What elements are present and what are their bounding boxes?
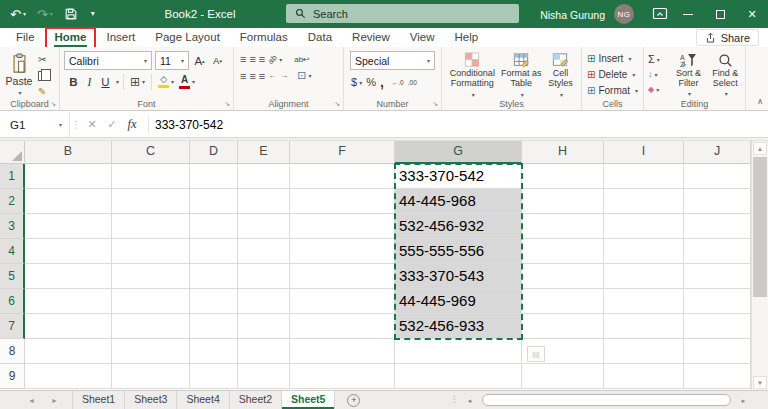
collapse-ribbon-button[interactable]: ∧ — [757, 97, 763, 106]
cell-F8[interactable] — [290, 339, 395, 364]
cell-B2[interactable] — [25, 189, 112, 214]
scroll-left-button[interactable]: ◄ — [462, 394, 477, 407]
paste-options-button[interactable]: ▤ — [527, 346, 545, 362]
cell-J4[interactable] — [684, 239, 751, 264]
cell-G8[interactable] — [395, 339, 522, 364]
cell-C9[interactable] — [112, 364, 190, 389]
name-box[interactable]: G1 ▾ — [0, 112, 70, 137]
maximize-button[interactable] — [704, 0, 736, 28]
tab-page-layout[interactable]: Page Layout — [145, 28, 230, 47]
cell-F3[interactable] — [290, 214, 395, 239]
find-select-button[interactable]: Find & Select ▾ — [707, 50, 743, 97]
fill-color-button[interactable]: ◇▾ — [156, 73, 176, 90]
avatar[interactable]: NG — [614, 4, 634, 24]
cell-G5[interactable]: 333-370-543 — [395, 264, 522, 289]
italic-button[interactable]: I — [82, 73, 97, 90]
cell-J6[interactable] — [684, 289, 751, 314]
scroll-right-button[interactable]: ► — [736, 394, 751, 407]
row-header-6[interactable]: 6 — [0, 289, 25, 314]
delete-cells-button[interactable]: ⊞ Delete▾ — [584, 66, 641, 82]
cell-J2[interactable] — [684, 189, 751, 214]
cell-J9[interactable] — [684, 364, 751, 389]
horizontal-scrollbar-thumb[interactable] — [482, 394, 731, 406]
cell-F4[interactable] — [290, 239, 395, 264]
cell-D1[interactable] — [190, 164, 238, 189]
close-button[interactable]: ✕ — [736, 0, 768, 28]
copy-button[interactable]: ▾ — [36, 68, 53, 83]
tab-formulas[interactable]: Formulas — [230, 28, 298, 47]
increase-decimal-button[interactable]: ←.0 — [392, 79, 404, 86]
cell-G4[interactable]: 555-555-556 — [395, 239, 522, 264]
select-all-corner[interactable] — [0, 141, 25, 164]
cell-H9[interactable] — [522, 364, 604, 389]
cell-C1[interactable] — [112, 164, 190, 189]
number-format-combo[interactable]: Special▾ — [350, 51, 435, 70]
cell-J3[interactable] — [684, 214, 751, 239]
formula-bar-splitter[interactable]: ⋮ — [70, 119, 82, 130]
font-size-combo[interactable]: 11▾ — [155, 51, 189, 70]
cell-J7[interactable] — [684, 314, 751, 339]
cell-H4[interactable] — [522, 239, 604, 264]
cell-H3[interactable] — [522, 214, 604, 239]
align-right-button[interactable]: ≡ — [259, 70, 264, 82]
cell-I5[interactable] — [604, 264, 684, 289]
column-header-H[interactable]: H — [522, 141, 604, 164]
vertical-scrollbar[interactable]: ▲ ▼ — [751, 141, 768, 390]
sort-filter-button[interactable]: AZ Sort & Filter ▾ — [670, 50, 708, 97]
cell-J8[interactable] — [684, 339, 751, 364]
conditional-formatting-button[interactable]: Conditional Formatting ▾ — [444, 50, 501, 98]
vertical-scrollbar-thumb[interactable] — [753, 157, 767, 297]
tab-insert[interactable]: Insert — [96, 28, 145, 47]
autosum-button[interactable]: Σ▾ — [646, 52, 670, 66]
cell-B5[interactable] — [25, 264, 112, 289]
column-header-C[interactable]: C — [112, 141, 190, 164]
decrease-font-size-button[interactable]: A▾ — [210, 52, 225, 69]
column-header-J[interactable]: J — [684, 141, 751, 164]
cell-D5[interactable] — [190, 264, 238, 289]
cell-C5[interactable] — [112, 264, 190, 289]
currency-format-button[interactable]: $▾ — [351, 76, 362, 88]
merge-center-button[interactable]: ⊡▾ — [297, 69, 311, 82]
cell-D9[interactable] — [190, 364, 238, 389]
next-sheet-button[interactable]: ► — [51, 397, 58, 404]
formula-input[interactable]: 333-370-542 — [155, 118, 223, 132]
row-header-1[interactable]: 1 — [0, 164, 25, 189]
tab-review[interactable]: Review — [342, 28, 400, 47]
orientation-button[interactable]: ab▾ — [268, 55, 282, 64]
cell-B9[interactable] — [25, 364, 112, 389]
wrap-text-button[interactable]: ab↩ — [294, 55, 310, 64]
increase-font-size-button[interactable]: A▴ — [192, 52, 207, 69]
row-header-8[interactable]: 8 — [0, 339, 25, 364]
cell-E7[interactable] — [238, 314, 290, 339]
cancel-button[interactable]: ✕ — [82, 118, 102, 131]
minimize-button[interactable] — [672, 0, 704, 28]
column-header-B[interactable]: B — [25, 141, 112, 164]
font-dialog-launcher[interactable]: ↘ — [224, 100, 230, 108]
cell-I7[interactable] — [604, 314, 684, 339]
tab-file[interactable]: File — [6, 28, 45, 47]
cell-D8[interactable] — [190, 339, 238, 364]
bottom-align-button[interactable]: ≡ — [259, 53, 264, 65]
middle-align-button[interactable]: ≡ — [249, 53, 254, 65]
align-center-button[interactable]: ≡ — [249, 70, 254, 82]
horizontal-scrollbar-splitter[interactable]: ⋮ — [450, 394, 459, 404]
cell-I9[interactable] — [604, 364, 684, 389]
underline-button[interactable]: U — [98, 73, 113, 90]
cell-G6[interactable]: 44-445-969 — [395, 289, 522, 314]
fill-button[interactable]: ↓▾ — [646, 67, 670, 81]
redo-button[interactable]: ↷▾ — [37, 8, 53, 21]
paste-button[interactable]: Paste ▾ — [2, 51, 36, 99]
cell-C2[interactable] — [112, 189, 190, 214]
top-align-button[interactable]: ≡ — [240, 53, 245, 65]
cell-B3[interactable] — [25, 214, 112, 239]
cell-B6[interactable] — [25, 289, 112, 314]
sheet-tab-sheet5[interactable]: Sheet5 — [282, 391, 335, 409]
cell-F1[interactable] — [290, 164, 395, 189]
cell-C8[interactable] — [112, 339, 190, 364]
cell-G9[interactable] — [395, 364, 522, 389]
cell-I1[interactable] — [604, 164, 684, 189]
row-header-7[interactable]: 7 — [0, 314, 25, 339]
cell-E2[interactable] — [238, 189, 290, 214]
column-header-F[interactable]: F — [290, 141, 395, 164]
cell-D4[interactable] — [190, 239, 238, 264]
